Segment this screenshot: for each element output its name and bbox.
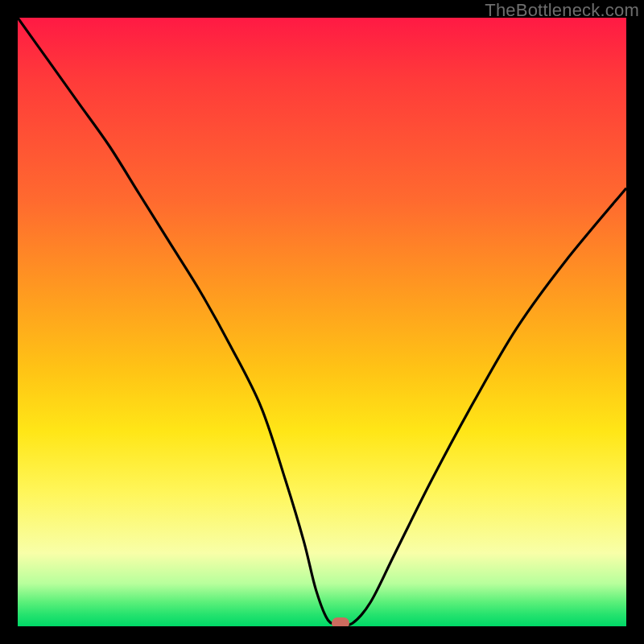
bottleneck-curve-path (18, 18, 626, 625)
attribution-text: TheBottleneck.com (485, 0, 639, 21)
optimal-marker (332, 617, 349, 626)
bottleneck-chart: TheBottleneck.com (0, 0, 644, 644)
plot-area (18, 18, 626, 626)
curve-layer (18, 18, 626, 626)
